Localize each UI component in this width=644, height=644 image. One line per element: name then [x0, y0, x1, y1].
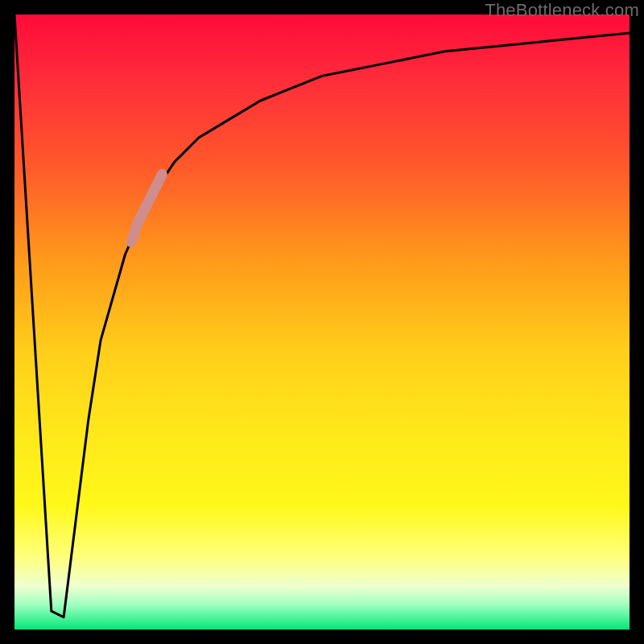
chart-svg	[14, 14, 630, 630]
watermark-text: TheBottleneck.com	[485, 0, 639, 21]
highlight-group	[131, 175, 162, 242]
chart-frame: TheBottleneck.com	[0, 0, 644, 644]
bottleneck-curve	[14, 14, 630, 617]
curve-group	[14, 14, 630, 617]
chart-plot-area	[14, 14, 630, 630]
highlight-segment-0	[138, 175, 163, 224]
highlight-segment-1	[131, 224, 138, 242]
